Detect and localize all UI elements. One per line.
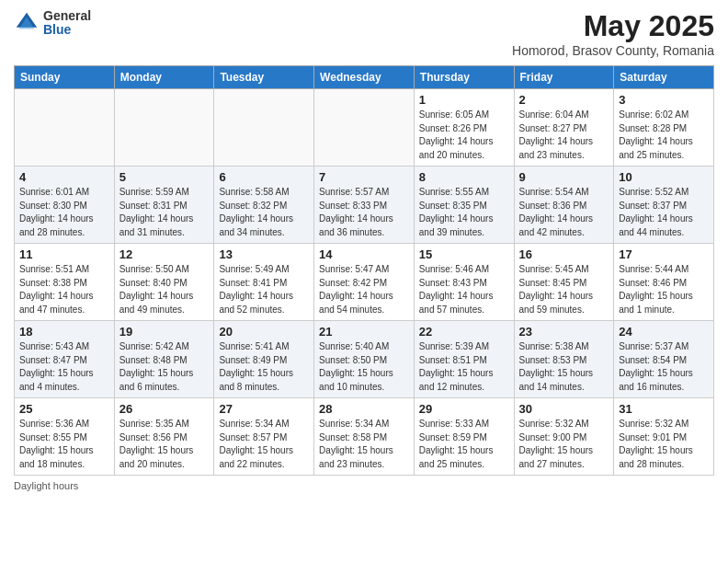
day-info: Sunrise: 6:02 AMSunset: 8:28 PMDaylight:… [619,109,709,162]
subtitle: Homorod, Brasov County, Romania [512,43,714,58]
calendar-day-cell: 5Sunrise: 5:59 AMSunset: 8:31 PMDaylight… [114,167,214,244]
calendar-table: SundayMondayTuesdayWednesdayThursdayFrid… [14,65,714,476]
calendar-day-cell: 10Sunrise: 5:52 AMSunset: 8:37 PMDayligh… [614,167,714,244]
logo-blue-text: Blue [43,23,91,37]
calendar-day-cell: 22Sunrise: 5:39 AMSunset: 8:51 PMDayligh… [414,321,514,398]
logo-icon [14,10,40,36]
day-number: 28 [319,402,409,416]
calendar-day-cell: 17Sunrise: 5:44 AMSunset: 8:46 PMDayligh… [614,244,714,321]
day-info: Sunrise: 6:05 AMSunset: 8:26 PMDaylight:… [419,109,509,162]
day-info: Sunrise: 5:47 AMSunset: 8:42 PMDaylight:… [319,263,409,316]
day-number: 24 [619,325,709,339]
calendar-day-cell: 12Sunrise: 5:50 AMSunset: 8:40 PMDayligh… [114,244,214,321]
calendar-day-cell: 18Sunrise: 5:43 AMSunset: 8:47 PMDayligh… [15,321,115,398]
day-info: Sunrise: 6:01 AMSunset: 8:30 PMDaylight:… [19,186,109,239]
calendar-week-row: 11Sunrise: 5:51 AMSunset: 8:38 PMDayligh… [15,244,714,321]
calendar-day-cell: 13Sunrise: 5:49 AMSunset: 8:41 PMDayligh… [214,244,314,321]
day-number: 7 [319,170,409,184]
calendar-header-row: SundayMondayTuesdayWednesdayThursdayFrid… [15,66,714,89]
day-number: 11 [19,247,109,261]
day-info: Sunrise: 5:34 AMSunset: 8:57 PMDaylight:… [219,418,309,471]
day-number: 5 [119,170,210,184]
day-number: 22 [419,325,509,339]
calendar-week-row: 18Sunrise: 5:43 AMSunset: 8:47 PMDayligh… [15,321,714,398]
calendar-day-cell: 4Sunrise: 6:01 AMSunset: 8:30 PMDaylight… [15,167,115,244]
day-number: 30 [519,402,609,416]
calendar-day-header: Monday [114,66,214,89]
day-number: 2 [519,93,609,107]
page: General Blue May 2025 Homorod, Brasov Co… [0,0,728,563]
day-number: 26 [119,402,210,416]
calendar-day-cell: 28Sunrise: 5:34 AMSunset: 8:58 PMDayligh… [314,398,415,476]
day-number: 20 [219,325,309,339]
calendar-day-cell: 21Sunrise: 5:40 AMSunset: 8:50 PMDayligh… [314,321,415,398]
calendar-day-cell: 27Sunrise: 5:34 AMSunset: 8:57 PMDayligh… [214,398,314,476]
logo-text: General Blue [43,9,91,38]
day-info: Sunrise: 5:52 AMSunset: 8:37 PMDaylight:… [619,186,709,239]
calendar-day-cell [15,89,115,167]
day-number: 9 [519,170,609,184]
calendar-day-cell: 24Sunrise: 5:37 AMSunset: 8:54 PMDayligh… [614,321,714,398]
day-number: 31 [619,402,709,416]
calendar-day-cell: 23Sunrise: 5:38 AMSunset: 8:53 PMDayligh… [514,321,614,398]
day-number: 14 [319,247,409,261]
day-info: Sunrise: 5:41 AMSunset: 8:49 PMDaylight:… [219,340,309,394]
calendar-day-header: Thursday [414,66,514,89]
calendar-day-cell: 15Sunrise: 5:46 AMSunset: 8:43 PMDayligh… [414,244,514,321]
calendar-day-cell: 29Sunrise: 5:33 AMSunset: 8:59 PMDayligh… [414,398,514,476]
day-info: Sunrise: 5:59 AMSunset: 8:31 PMDaylight:… [119,186,210,239]
day-info: Sunrise: 5:36 AMSunset: 8:55 PMDaylight:… [19,418,109,471]
day-info: Sunrise: 5:57 AMSunset: 8:33 PMDaylight:… [319,186,409,239]
day-number: 29 [419,402,509,416]
day-number: 8 [419,170,509,184]
calendar-day-cell [314,89,415,167]
day-number: 23 [519,325,609,339]
day-info: Sunrise: 5:32 AMSunset: 9:01 PMDaylight:… [619,418,709,471]
calendar-day-cell: 25Sunrise: 5:36 AMSunset: 8:55 PMDayligh… [15,398,115,476]
calendar-day-cell: 7Sunrise: 5:57 AMSunset: 8:33 PMDaylight… [314,167,415,244]
calendar-day-header: Saturday [614,66,714,89]
calendar-day-cell: 20Sunrise: 5:41 AMSunset: 8:49 PMDayligh… [214,321,314,398]
calendar-day-cell: 16Sunrise: 5:45 AMSunset: 8:45 PMDayligh… [514,244,614,321]
day-info: Sunrise: 5:40 AMSunset: 8:50 PMDaylight:… [319,340,409,394]
calendar-day-cell [214,89,314,167]
day-number: 3 [619,93,709,107]
calendar-day-cell: 1Sunrise: 6:05 AMSunset: 8:26 PMDaylight… [414,89,514,167]
day-number: 18 [19,325,109,339]
day-info: Sunrise: 5:46 AMSunset: 8:43 PMDaylight:… [419,263,509,316]
day-number: 15 [419,247,509,261]
day-number: 27 [219,402,309,416]
day-info: Sunrise: 5:45 AMSunset: 8:45 PMDaylight:… [519,263,609,316]
day-info: Sunrise: 5:37 AMSunset: 8:54 PMDaylight:… [619,340,709,394]
day-number: 13 [219,247,309,261]
calendar-day-cell: 9Sunrise: 5:54 AMSunset: 8:36 PMDaylight… [514,167,614,244]
calendar-day-cell: 3Sunrise: 6:02 AMSunset: 8:28 PMDaylight… [614,89,714,167]
day-info: Sunrise: 5:50 AMSunset: 8:40 PMDaylight:… [119,263,210,316]
month-title: May 2025 [512,9,714,43]
day-info: Sunrise: 5:58 AMSunset: 8:32 PMDaylight:… [219,186,309,239]
day-info: Sunrise: 5:35 AMSunset: 8:56 PMDaylight:… [119,418,210,471]
day-number: 6 [219,170,309,184]
calendar-day-header: Friday [514,66,614,89]
day-info: Sunrise: 5:33 AMSunset: 8:59 PMDaylight:… [419,418,509,471]
day-number: 21 [319,325,409,339]
calendar-day-cell: 8Sunrise: 5:55 AMSunset: 8:35 PMDaylight… [414,167,514,244]
logo: General Blue [14,9,91,38]
day-info: Sunrise: 5:55 AMSunset: 8:35 PMDaylight:… [419,186,509,239]
day-number: 12 [119,247,210,261]
calendar-day-header: Tuesday [214,66,314,89]
title-block: May 2025 Homorod, Brasov County, Romania [512,9,714,58]
calendar-day-cell: 11Sunrise: 5:51 AMSunset: 8:38 PMDayligh… [15,244,115,321]
logo-general-text: General [43,9,91,23]
day-number: 4 [19,170,109,184]
footer: Daylight hours [14,480,714,491]
calendar-day-cell: 31Sunrise: 5:32 AMSunset: 9:01 PMDayligh… [614,398,714,476]
day-info: Sunrise: 5:49 AMSunset: 8:41 PMDaylight:… [219,263,309,316]
day-info: Sunrise: 5:43 AMSunset: 8:47 PMDaylight:… [19,340,109,394]
day-number: 10 [619,170,709,184]
day-number: 25 [19,402,109,416]
calendar-day-cell: 19Sunrise: 5:42 AMSunset: 8:48 PMDayligh… [114,321,214,398]
daylight-label: Daylight hours [14,480,78,491]
calendar-day-cell: 26Sunrise: 5:35 AMSunset: 8:56 PMDayligh… [114,398,214,476]
calendar-day-cell: 30Sunrise: 5:32 AMSunset: 9:00 PMDayligh… [514,398,614,476]
